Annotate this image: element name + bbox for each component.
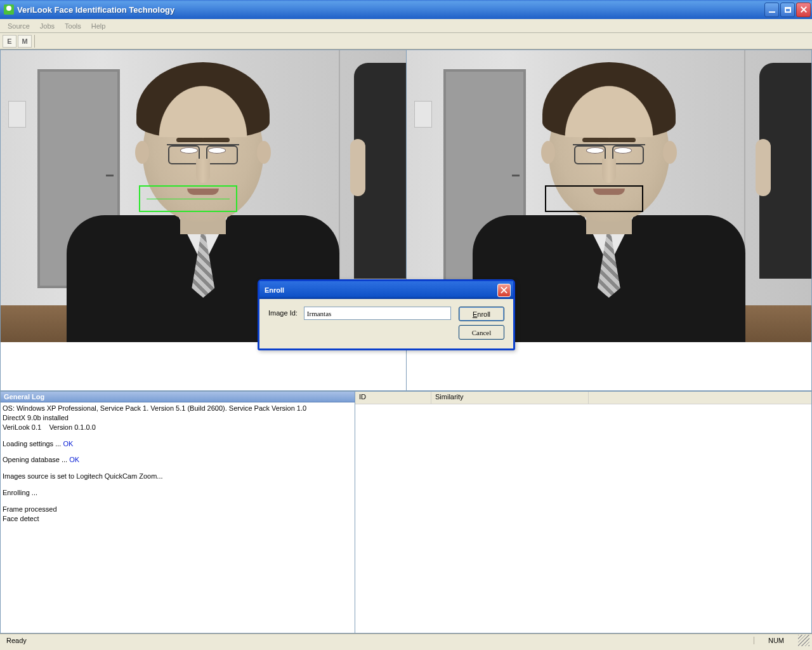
bottom-area: General Log OS: Windows XP Professional,…	[0, 391, 812, 633]
image-id-input[interactable]	[304, 307, 451, 320]
menu-help[interactable]: Help	[86, 20, 111, 32]
log-header: General Log	[1, 392, 355, 402]
close-button[interactable]	[796, 3, 811, 17]
enroll-button[interactable]: Enroll	[459, 307, 504, 321]
log-line: DirectX 9.0b installed	[3, 413, 353, 423]
maximize-button[interactable]	[780, 3, 795, 17]
menubar: Source Jobs Tools Help	[0, 19, 812, 33]
window-title: VeriLook Face Identification Technology	[17, 5, 764, 15]
results-pane: ID Similarity	[355, 391, 812, 633]
status-num: NUM	[754, 637, 798, 644]
toolbar-match-button[interactable]: M	[18, 35, 32, 48]
results-col-id[interactable]: ID	[355, 392, 431, 404]
toolbar: E M	[0, 33, 812, 50]
results-header: ID Similarity	[355, 392, 811, 404]
minimize-button[interactable]	[764, 3, 779, 17]
log-body: OS: Windows XP Professional, Service Pac…	[1, 402, 355, 633]
dialog-title: Enroll	[265, 286, 284, 294]
dialog-titlebar: Enroll	[259, 281, 513, 299]
toolbar-separator	[34, 35, 35, 48]
titlebar: VeriLook Face Identification Technology	[0, 0, 812, 19]
enroll-dialog: Enroll Image Id: Enroll Cancel	[258, 279, 515, 350]
log-line: Enrolling ...	[3, 488, 353, 498]
log-line: VeriLook 0.1 Version 0.1.0.0	[3, 423, 353, 432]
log-pane: General Log OS: Windows XP Professional,…	[0, 391, 355, 633]
statusbar: Ready NUM	[0, 633, 812, 646]
cancel-button[interactable]: Cancel	[459, 325, 504, 340]
log-line: Frame processed	[3, 505, 353, 514]
image-id-label: Image Id:	[268, 307, 298, 317]
menu-tools[interactable]: Tools	[60, 20, 86, 32]
menu-source[interactable]: Source	[3, 20, 35, 32]
results-col-similarity[interactable]: Similarity	[431, 392, 589, 404]
log-line: Loading settings ... OK	[3, 439, 353, 449]
dialog-close-button[interactable]	[497, 284, 511, 297]
log-line: Opening database ... OK	[3, 455, 353, 465]
log-line: Images source is set to Logitech QuickCa…	[3, 472, 353, 481]
resize-grip-icon[interactable]	[798, 635, 809, 646]
app-icon	[4, 4, 14, 15]
menu-jobs[interactable]: Jobs	[35, 20, 60, 32]
status-ready: Ready	[3, 637, 30, 644]
log-line: OS: Windows XP Professional, Service Pac…	[3, 404, 353, 413]
toolbar-enroll-button[interactable]: E	[3, 35, 16, 48]
log-line: Face detect	[3, 514, 353, 524]
